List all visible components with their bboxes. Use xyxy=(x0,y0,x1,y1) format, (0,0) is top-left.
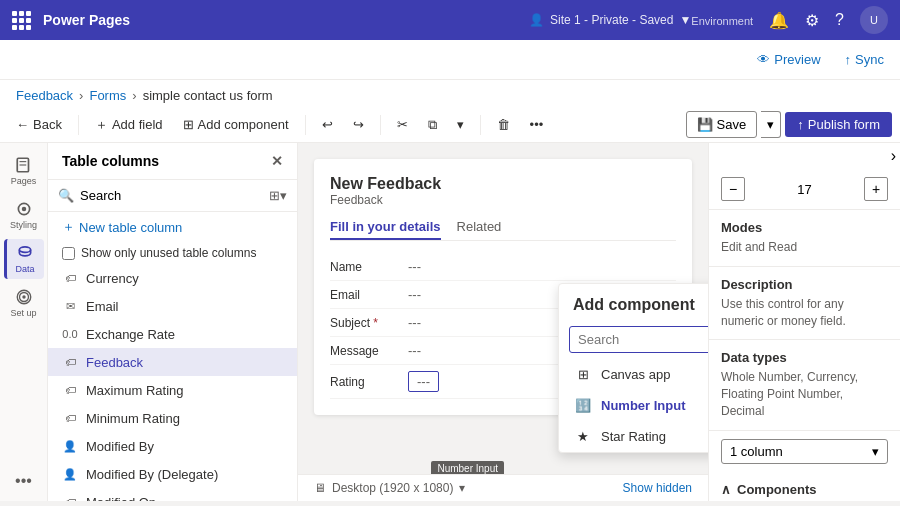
data-types-title: Data types xyxy=(721,350,888,365)
form-tabs: Fill in your details Related xyxy=(330,215,676,241)
app-name: Power Pages xyxy=(43,12,130,28)
counter-plus-button[interactable]: + xyxy=(864,177,888,201)
save-button[interactable]: 💾 Save xyxy=(686,111,758,138)
breadcrumb-current: simple contact us form xyxy=(143,88,273,103)
data-types-value: Whole Number, Currency, Floating Point N… xyxy=(721,369,888,419)
list-item-currency[interactable]: 🏷 Currency xyxy=(48,264,297,292)
undo-button[interactable]: ↩ xyxy=(314,113,341,136)
tab-related[interactable]: Related xyxy=(457,215,502,240)
columns-dropdown-icon: ▾ xyxy=(872,444,879,459)
save-dropdown-button[interactable]: ▾ xyxy=(761,111,781,138)
sidebar-item-pages[interactable]: Pages xyxy=(4,151,44,191)
collapse-icon[interactable]: › xyxy=(891,147,896,165)
sidebar-more-button[interactable]: ••• xyxy=(4,461,44,501)
show-unused-checkbox[interactable] xyxy=(62,247,75,260)
add-component-search-input[interactable] xyxy=(578,332,708,347)
add-component-search-area xyxy=(569,326,708,353)
breadcrumb-sep1: › xyxy=(79,88,83,103)
app-logo: Power Pages xyxy=(12,11,529,30)
star-rating-icon: ★ xyxy=(573,429,593,444)
add-component-button[interactable]: ⊞ Add component xyxy=(175,113,297,136)
avatar[interactable]: U xyxy=(860,6,888,34)
comp-item-star-rating[interactable]: ★ Star Rating xyxy=(559,421,708,452)
toolbar-sep3 xyxy=(380,115,381,135)
more-button[interactable]: ••• xyxy=(522,113,552,136)
breadcrumb-forms[interactable]: Forms xyxy=(89,88,126,103)
publish-button[interactable]: ↑ Publish form xyxy=(785,112,892,137)
add-icon: ＋ xyxy=(62,218,75,236)
site-label: Site 1 - Private - Saved xyxy=(550,13,673,27)
canvas-bottom-bar: 🖥 Desktop (1920 x 1080) ▾ Show hidden xyxy=(298,474,708,501)
nav-sidebar: Pages Styling Data Set up ••• xyxy=(0,143,48,501)
show-hidden-button[interactable]: Show hidden xyxy=(623,481,692,495)
filter-icon[interactable]: ⊞▾ xyxy=(269,188,287,203)
counter-value: 17 xyxy=(797,182,811,197)
list-item-email[interactable]: ✉ Email xyxy=(48,292,297,320)
back-button[interactable]: ← Back xyxy=(8,113,70,136)
desc-value: Use this control for any numeric or mone… xyxy=(721,296,888,330)
list-item-modified-by-delegate[interactable]: 👤 Modified By (Delegate) xyxy=(48,460,297,488)
sync-button[interactable]: ↑ Sync xyxy=(845,52,884,67)
copy-button[interactable]: ⧉ xyxy=(420,113,445,137)
field-name: Name --- xyxy=(330,253,676,281)
right-panel-collapse: › xyxy=(709,143,900,169)
sync-icon: ↑ xyxy=(845,52,852,67)
sidebar-item-styling[interactable]: Styling xyxy=(4,195,44,235)
comp-item-canvas-app[interactable]: ⊞ Canvas app xyxy=(559,359,708,390)
minimum-rating-icon: 🏷 xyxy=(62,410,78,426)
modified-by-delegate-icon: 👤 xyxy=(62,466,78,482)
cut-button[interactable]: ✂ xyxy=(389,113,416,136)
pages-icon xyxy=(15,156,33,174)
delete-button[interactable]: 🗑 xyxy=(489,113,518,136)
tab-fill-in-details[interactable]: Fill in your details xyxy=(330,215,441,240)
columns-select[interactable]: 1 column ▾ xyxy=(721,439,888,464)
sidebar-item-data[interactable]: Data xyxy=(4,239,44,279)
dropdown-button[interactable]: ▾ xyxy=(449,113,472,136)
show-unused-row: Show only unused table columns xyxy=(48,242,297,264)
add-component-panel: Add component ⊞ Canvas app 🔢 Number Inpu… xyxy=(558,283,708,453)
settings-icon[interactable]: ⚙ xyxy=(805,11,819,30)
modified-on-icon: 🏷 xyxy=(62,494,78,501)
panel-title: Table columns xyxy=(62,153,159,169)
list-item-minimum-rating[interactable]: 🏷 Minimum Rating xyxy=(48,404,297,432)
components-title: ∧ Components xyxy=(721,482,888,497)
site-info: 👤 Site 1 - Private - Saved ▼ xyxy=(529,13,691,27)
sidebar-item-setup[interactable]: Set up xyxy=(4,283,44,323)
add-field-icon: ＋ xyxy=(95,116,108,134)
add-table-column-button[interactable]: ＋ New table column xyxy=(48,212,297,242)
description-section: Description Use this control for any num… xyxy=(709,267,900,341)
svg-point-5 xyxy=(19,247,30,253)
setup-icon xyxy=(15,288,33,306)
exchange-rate-icon: 0.0 xyxy=(62,326,78,342)
counter-control: − 17 + xyxy=(709,169,900,210)
add-field-button[interactable]: ＋ Add field xyxy=(87,112,171,138)
help-icon[interactable]: ? xyxy=(835,11,844,29)
panel-close-icon[interactable]: ✕ xyxy=(271,153,283,169)
list-item-feedback[interactable]: 🏷 Feedback xyxy=(48,348,297,376)
list-item-exchange-rate[interactable]: 0.0 Exchange Rate xyxy=(48,320,297,348)
list-item-maximum-rating[interactable]: 🏷 Maximum Rating xyxy=(48,376,297,404)
breadcrumb-sep2: › xyxy=(132,88,136,103)
components-collapse-icon[interactable]: ∧ xyxy=(721,482,731,497)
toolbar-right: 💾 Save ▾ ↑ Publish form xyxy=(686,111,892,138)
list-item-modified-on[interactable]: 🏷 Modified On xyxy=(48,488,297,501)
toolbar-sep2 xyxy=(305,115,306,135)
components-section: ∧ Components + Component xyxy=(709,472,900,501)
panel-header: Table columns ✕ xyxy=(48,143,297,180)
redo-button[interactable]: ↪ xyxy=(345,113,372,136)
right-panel: › − 17 + Modes Edit and Read Description… xyxy=(708,143,900,501)
breadcrumb-feedback[interactable]: Feedback xyxy=(16,88,73,103)
search-input[interactable] xyxy=(80,188,263,203)
panel-search-area: 🔍 ⊞▾ xyxy=(48,180,297,212)
bell-icon[interactable]: 🔔 xyxy=(769,11,789,30)
list-item-modified-by[interactable]: 👤 Modified By xyxy=(48,432,297,460)
preview-icon: 👁 xyxy=(757,52,770,67)
counter-minus-button[interactable]: − xyxy=(721,177,745,201)
monitor-icon: 🖥 xyxy=(314,481,326,495)
desktop-dropdown-icon[interactable]: ▾ xyxy=(459,481,465,495)
modes-value: Edit and Read xyxy=(721,239,888,256)
preview-button[interactable]: 👁 Preview xyxy=(757,52,820,67)
add-component-title: Add component xyxy=(559,284,708,320)
comp-item-number-input[interactable]: 🔢 Number Input xyxy=(559,390,708,421)
top-bar: Power Pages 👤 Site 1 - Private - Saved ▼… xyxy=(0,0,900,40)
